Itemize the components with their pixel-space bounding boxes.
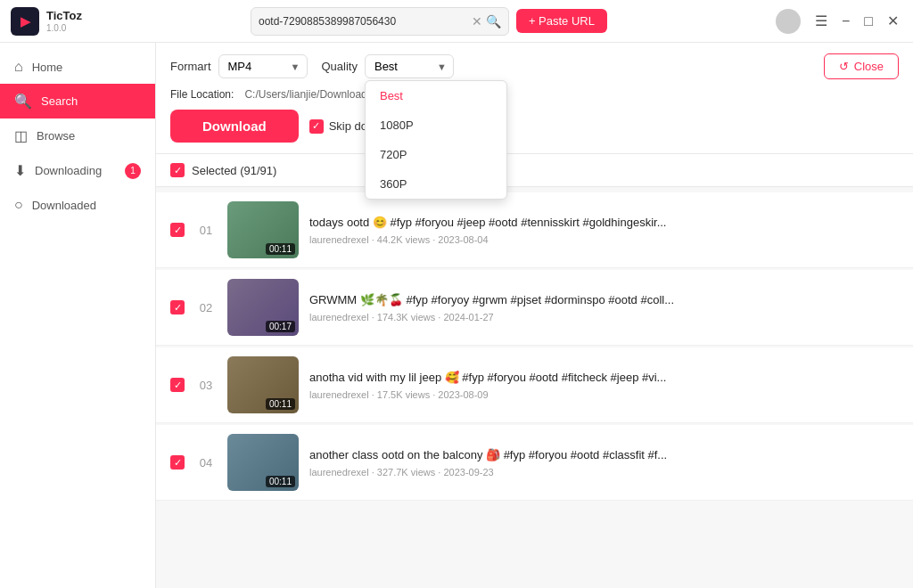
video-index-2: 02 — [195, 301, 217, 314]
quality-label: Quality — [322, 60, 358, 73]
table-row: ✓ 02 00:17 GRWMM 🌿🌴🍒 #fyp #foryoy #grwm … — [156, 270, 913, 346]
downloading-badge: 1 — [125, 163, 141, 179]
sidebar-item-downloading[interactable]: ⬇ Downloading 1 — [0, 153, 155, 188]
minimize-button[interactable]: − — [838, 11, 853, 31]
video-checkbox-2[interactable]: ✓ — [170, 300, 185, 314]
content-area: Formart MP4 MP3 ▼ Quality Best — [156, 43, 913, 588]
app-logo: ▶ — [11, 7, 39, 36]
video-title-4: another class ootd on the balcony 🎒 #fyp… — [309, 447, 899, 463]
sidebar-item-browse[interactable]: ◫ Browse — [0, 118, 155, 153]
video-info-1: todays ootd 😊 #fyp #foryou #jeep #ootd #… — [309, 215, 899, 245]
format-select[interactable]: MP4 MP3 — [218, 54, 308, 78]
table-row: ✓ 04 00:11 another class ootd on the bal… — [156, 425, 913, 501]
avatar[interactable] — [776, 9, 801, 34]
sidebar-item-label: Downloading — [35, 164, 102, 177]
video-info-2: GRWMM 🌿🌴🍒 #fyp #foryoy #grwm #pjset #dor… — [309, 292, 899, 323]
app-name-block: TicToz 1.0.0 — [46, 9, 82, 33]
url-input-wrap[interactable]: ootd-7290885389987056430 ✕ 🔍 — [251, 7, 509, 36]
video-meta-4: laurenedrexel · 327.7K views · 2023-09-2… — [309, 467, 899, 478]
quality-select-wrap: Best 1080P 720P 360P ▼ Best 1080P 720P 3… — [365, 54, 454, 78]
close-window-button[interactable]: ✕ — [884, 11, 902, 31]
quality-option-1080p[interactable]: 1080P — [366, 110, 506, 140]
video-checkbox-3[interactable]: ✓ — [170, 378, 185, 392]
app-branding: ▶ TicToz 1.0.0 — [11, 7, 82, 36]
quality-option-360p[interactable]: 360P — [366, 169, 506, 199]
table-row: ✓ 03 00:11 anotha vid with my lil jeep 🥰… — [156, 347, 913, 423]
toolbar: Formart MP4 MP3 ▼ Quality Best — [156, 43, 913, 154]
sidebar-item-label: Search — [41, 94, 78, 108]
select-all-checkbox[interactable]: ✓ — [170, 163, 185, 177]
close-icon: ↺ — [839, 60, 849, 73]
url-clear-icon[interactable]: ✕ — [472, 14, 482, 29]
video-index-3: 03 — [195, 379, 217, 392]
app-name: TicToz — [46, 9, 82, 23]
video-title-2: GRWMM 🌿🌴🍒 #fyp #foryoy #grwm #pjset #dor… — [309, 292, 899, 308]
sidebar-item-label: Home — [32, 61, 63, 74]
titlebar-right: ☰ − □ ✕ — [776, 9, 902, 34]
titlebar: ▶ TicToz 1.0.0 ootd-7290885389987056430 … — [0, 0, 913, 43]
video-index-1: 01 — [195, 224, 217, 237]
main-layout: ⌂ Home 🔍 Search ◫ Browse ⬇ Downloading 1… — [0, 43, 913, 588]
sidebar-item-label: Browse — [37, 129, 75, 143]
quality-option-720p[interactable]: 720P — [366, 140, 506, 169]
url-search-icon[interactable]: 🔍 — [486, 14, 501, 29]
sidebar: ⌂ Home 🔍 Search ◫ Browse ⬇ Downloading 1… — [0, 43, 156, 588]
app-version: 1.0.0 — [46, 23, 82, 33]
toolbar-row3: Download ✓ Skip downloaded — [170, 110, 899, 143]
paste-url-button[interactable]: + Paste URL — [516, 9, 607, 33]
video-checkbox-4[interactable]: ✓ — [170, 455, 185, 470]
file-location-label: File Location: — [170, 88, 234, 101]
video-meta-1: laurenedrexel · 44.2K views · 2023-08-04 — [309, 234, 899, 245]
selected-bar: ✓ Selected (91/91) — [156, 154, 913, 187]
quality-option-best[interactable]: Best — [366, 81, 506, 110]
url-display: ootd-7290885389987056430 — [259, 15, 468, 28]
video-checkbox-1[interactable]: ✓ — [170, 223, 185, 237]
quality-select[interactable]: Best 1080P 720P 360P — [365, 54, 454, 78]
video-thumbnail-2: 00:17 — [227, 279, 299, 336]
video-index-4: 04 — [195, 456, 217, 470]
video-duration-4: 00:11 — [266, 476, 295, 487]
toolbar-row1: Formart MP4 MP3 ▼ Quality Best — [170, 53, 899, 79]
downloaded-icon: ○ — [14, 197, 23, 213]
sidebar-item-search[interactable]: 🔍 Search — [0, 84, 155, 118]
format-group: Formart MP4 MP3 ▼ — [170, 54, 308, 78]
quality-group: Quality Best 1080P 720P 360P ▼ Best 1080… — [322, 54, 454, 78]
search-icon: 🔍 — [14, 93, 32, 110]
video-info-4: another class ootd on the balcony 🎒 #fyp… — [309, 447, 899, 478]
titlebar-center: ootd-7290885389987056430 ✕ 🔍 + Paste URL — [251, 7, 607, 36]
toolbar-row2: File Location: C:/Users/lianjie/Download… — [170, 88, 899, 101]
video-list: ✓ 01 00:11 todays ootd 😊 #fyp #foryou #j… — [156, 187, 913, 588]
download-button[interactable]: Download — [170, 110, 299, 143]
format-label: Formart — [170, 60, 211, 73]
quality-dropdown: Best 1080P 720P 360P — [365, 80, 507, 200]
video-title-1: todays ootd 😊 #fyp #foryou #jeep #ootd #… — [309, 215, 899, 231]
video-meta-2: laurenedrexel · 174.3K views · 2024-01-2… — [309, 312, 899, 323]
video-duration-1: 00:11 — [266, 243, 295, 255]
browse-icon: ◫ — [14, 127, 28, 144]
video-thumbnail-3: 00:11 — [227, 356, 299, 413]
video-thumbnail-4: 00:11 — [227, 434, 299, 491]
video-info-3: anotha vid with my lil jeep 🥰 #fyp #fory… — [309, 370, 899, 400]
sidebar-item-home[interactable]: ⌂ Home — [0, 50, 155, 84]
sidebar-item-downloaded[interactable]: ○ Downloaded — [0, 188, 155, 222]
video-thumbnail-1: 00:11 — [227, 201, 299, 258]
video-duration-3: 00:11 — [266, 398, 295, 410]
home-icon: ⌂ — [14, 59, 23, 75]
skip-downloaded-checkbox[interactable]: ✓ — [309, 119, 324, 134]
format-select-wrap: MP4 MP3 ▼ — [218, 54, 308, 78]
selected-count-text: Selected (91/91) — [192, 164, 276, 177]
sidebar-item-label: Downloaded — [32, 199, 96, 212]
downloading-icon: ⬇ — [14, 162, 26, 179]
window-controls: ☰ − □ ✕ — [811, 11, 902, 31]
menu-button[interactable]: ☰ — [811, 11, 831, 31]
table-row: ✓ 01 00:11 todays ootd 😊 #fyp #foryou #j… — [156, 192, 913, 268]
video-meta-3: laurenedrexel · 17.5K views · 2023-08-09 — [309, 389, 899, 400]
video-title-3: anotha vid with my lil jeep 🥰 #fyp #fory… — [309, 370, 899, 386]
close-button[interactable]: ↺ Close — [824, 53, 899, 79]
video-duration-2: 00:17 — [266, 321, 295, 332]
maximize-button[interactable]: □ — [860, 11, 876, 31]
